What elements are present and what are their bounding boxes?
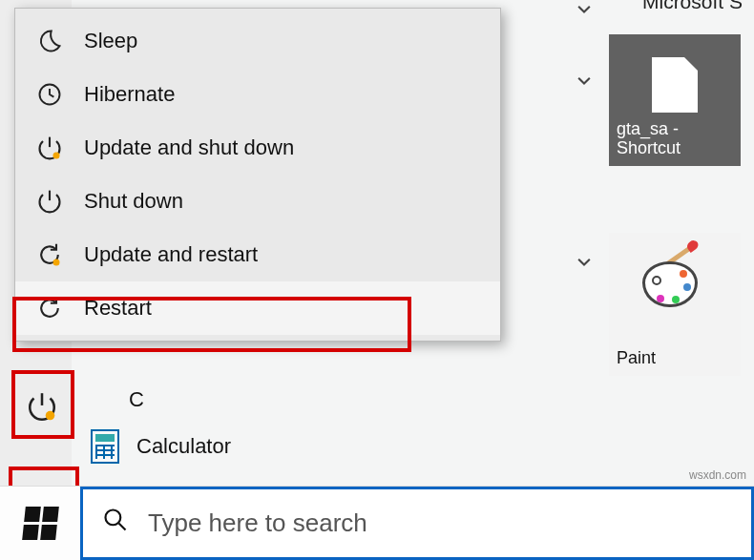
restart-update-icon (36, 241, 63, 268)
app-list-item-label: Calculator (136, 434, 231, 459)
chevron-down-icon[interactable] (575, 0, 594, 25)
power-menu-restart[interactable]: Restart (15, 281, 500, 335)
svg-point-4 (106, 510, 121, 526)
tile-paint[interactable]: Paint (609, 233, 741, 376)
taskbar-search-box[interactable]: Type here to search (80, 487, 754, 560)
windows-logo-icon (22, 507, 59, 540)
power-menu-sleep[interactable]: Sleep (15, 14, 500, 68)
search-icon (102, 507, 129, 540)
power-menu-item-label: Shut down (84, 189, 183, 214)
moon-icon (36, 28, 63, 54)
power-update-icon (36, 135, 63, 161)
power-menu-update-shutdown[interactable]: Update and shut down (15, 121, 500, 175)
search-placeholder: Type here to search (148, 508, 367, 538)
chevron-down-icon[interactable] (575, 72, 594, 96)
tile-gta-sa-shortcut[interactable]: gta_sa - Shortcut (609, 34, 741, 166)
svg-point-1 (53, 152, 60, 158)
chevron-down-icon[interactable] (575, 253, 594, 278)
restart-icon (36, 295, 63, 321)
document-icon (652, 57, 698, 113)
tile-label: Paint (617, 348, 656, 368)
start-button[interactable] (0, 487, 80, 560)
power-menu-item-label: Update and shut down (84, 135, 294, 160)
power-icon (36, 188, 63, 215)
app-list-item-calculator[interactable]: Calculator (72, 420, 754, 473)
power-menu-update-restart[interactable]: Update and restart (15, 228, 500, 281)
svg-point-2 (53, 259, 60, 265)
watermark-text: wsxdn.com (689, 468, 746, 482)
power-menu-shutdown[interactable]: Shut down (15, 175, 500, 228)
power-options-menu: Sleep Hibernate Update and shut down Shu… (14, 8, 501, 342)
rail-power-button[interactable] (21, 385, 63, 427)
power-update-icon (26, 390, 58, 423)
tile-label: gta_sa - Shortcut (617, 119, 733, 158)
calculator-icon (91, 429, 119, 464)
clock-icon (36, 81, 63, 108)
svg-point-3 (46, 411, 55, 421)
power-menu-item-label: Restart (84, 296, 152, 321)
power-menu-hibernate[interactable]: Hibernate (15, 68, 500, 121)
power-menu-item-label: Sleep (84, 29, 137, 53)
taskbar: Type here to search (0, 486, 754, 560)
power-menu-item-label: Update and restart (84, 242, 258, 267)
paint-icon (642, 261, 707, 322)
power-menu-item-label: Hibernate (84, 82, 175, 107)
